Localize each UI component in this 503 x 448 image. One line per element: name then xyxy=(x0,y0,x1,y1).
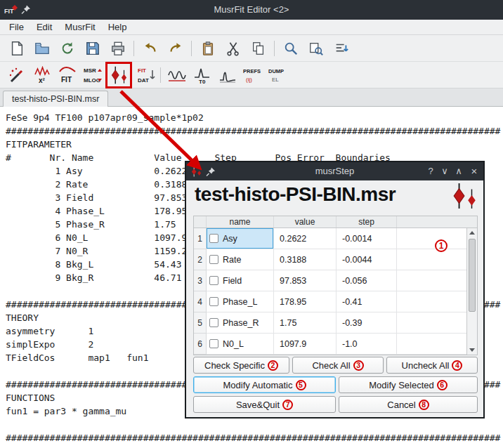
value-cell[interactable]: 0.2622 xyxy=(274,228,337,249)
col-header-step[interactable]: step xyxy=(337,216,397,228)
value-cell[interactable]: 1.75 xyxy=(274,312,337,334)
fit2dat-button[interactable]: FIT DAT xyxy=(135,64,157,86)
musrview-button[interactable] xyxy=(216,64,239,86)
menu-musrfit[interactable]: MusrFit xyxy=(58,20,101,34)
row-checkbox[interactable] xyxy=(209,339,218,348)
col-header-value[interactable]: value xyxy=(274,216,337,228)
value-cell[interactable]: 1097.9 xyxy=(274,334,337,355)
modify-automatic-button[interactable]: Modify Automatic 5 xyxy=(193,376,336,393)
value-cell[interactable]: 0.3188 xyxy=(274,249,337,270)
undo-button[interactable] xyxy=(139,37,162,60)
step-cell[interactable]: -0.0014 xyxy=(337,228,397,249)
new-file-button[interactable] xyxy=(6,37,28,60)
print-button[interactable] xyxy=(107,37,129,60)
dialog-titlebar[interactable]: musrStep ? ∨ ∧ × xyxy=(186,162,483,180)
svg-text:PREFS: PREFS xyxy=(243,68,261,74)
copy-icon xyxy=(251,41,266,56)
fit-dat-icon: FIT DAT xyxy=(136,66,156,84)
name-cell[interactable]: Phase_R xyxy=(207,312,274,334)
redo-button[interactable] xyxy=(164,37,187,60)
row-checkbox[interactable] xyxy=(209,297,218,306)
callout-2: 2 xyxy=(268,360,278,371)
musrt0-button[interactable]: T0 xyxy=(191,64,214,86)
musrwiz-button[interactable] xyxy=(6,64,28,86)
goto-line-button[interactable] xyxy=(330,37,353,60)
name-cell[interactable]: Field xyxy=(207,270,274,291)
blank-cell xyxy=(397,291,477,312)
row-checkbox[interactable] xyxy=(209,234,218,243)
table-scrollbar[interactable] xyxy=(466,228,477,355)
name-cell[interactable]: Asy xyxy=(207,228,274,249)
musrfit-button[interactable]: FIT xyxy=(56,64,79,86)
save-quit-button[interactable]: Save&Quit 7 xyxy=(193,396,336,413)
svg-text:EL: EL xyxy=(272,77,279,83)
menu-help[interactable]: Help xyxy=(102,20,133,34)
toolbar-separator xyxy=(160,67,161,83)
menu-edit[interactable]: Edit xyxy=(30,20,58,34)
param-name: Phase_R xyxy=(223,318,259,328)
step-cell[interactable]: -0.056 xyxy=(337,270,397,291)
row-checkbox[interactable] xyxy=(209,255,218,264)
paste-button[interactable] xyxy=(197,37,219,60)
reload-icon xyxy=(60,41,75,56)
step-cell[interactable]: -0.39 xyxy=(337,312,397,334)
save-button[interactable] xyxy=(81,37,104,60)
search-button[interactable] xyxy=(280,37,302,60)
row-number: 2 xyxy=(194,249,207,270)
col-header-name[interactable]: name xyxy=(207,216,274,228)
step-cell[interactable]: -0.41 xyxy=(337,291,397,312)
row-number: 6 xyxy=(194,334,207,355)
tab-msr-file[interactable]: test-histo-PSI-BIN.msr xyxy=(3,91,108,107)
callout-1: 1 xyxy=(435,239,448,252)
musrprefs-button[interactable]: PREFS (ij) xyxy=(242,64,264,86)
open-file-button[interactable] xyxy=(31,37,53,60)
step-cell[interactable]: -1.0 xyxy=(337,334,397,355)
scroll-down-arrow[interactable] xyxy=(469,348,475,352)
svg-text:MLOG: MLOG xyxy=(84,77,100,84)
cancel-button[interactable]: Cancel 8 xyxy=(339,396,478,413)
check-all-button[interactable]: Check All 3 xyxy=(292,357,384,374)
shade-up-button[interactable]: ∧ xyxy=(452,162,465,180)
scroll-up-arrow[interactable] xyxy=(469,231,475,235)
shade-down-button[interactable]: ∨ xyxy=(438,162,451,180)
cut-button[interactable] xyxy=(222,37,244,60)
table-row: 2 Rate 0.3188 -0.0044 xyxy=(194,249,477,270)
copy-button[interactable] xyxy=(247,37,270,60)
histogram-peak-icon xyxy=(218,66,237,84)
uncheck-all-button[interactable]: Uncheck All 4 xyxy=(386,357,478,374)
check-specific-button[interactable]: Check Specific 2 xyxy=(193,357,289,374)
toolbar-separator xyxy=(274,41,275,56)
musrdump-button[interactable]: DUMP EL xyxy=(267,64,289,86)
print-icon xyxy=(110,41,126,56)
table-row: 4 Phase_L 178.95 -0.41 xyxy=(194,291,477,312)
blank-cell xyxy=(397,249,477,270)
msr2mlog-button[interactable]: MSR MLOG xyxy=(81,64,104,86)
step-cell[interactable]: -0.0044 xyxy=(337,249,397,270)
plot-asymmetry-button[interactable] xyxy=(166,64,188,86)
name-cell[interactable]: Rate xyxy=(207,249,274,270)
window-titlebar[interactable]: FIT MusrFit Editor <2> xyxy=(0,0,503,20)
help-button[interactable]: ? xyxy=(424,162,437,180)
scrollbar-thumb[interactable] xyxy=(469,239,476,312)
callout-8: 8 xyxy=(419,400,429,410)
svg-text:MSR: MSR xyxy=(84,67,96,74)
value-cell[interactable]: 97.853 xyxy=(274,270,337,291)
calc-chisq-button[interactable]: x² xyxy=(31,64,53,86)
close-button[interactable]: × xyxy=(468,162,481,180)
param-name: Phase_L xyxy=(223,297,257,307)
row-checkbox[interactable] xyxy=(209,276,218,285)
find-replace-button[interactable] xyxy=(305,37,327,60)
modify-selected-button[interactable]: Modify Selected 6 xyxy=(339,376,478,393)
callout-6: 6 xyxy=(437,380,448,390)
fit-icon: FIT xyxy=(58,66,77,84)
name-cell[interactable]: N0_L xyxy=(207,334,274,355)
toolbar-separator xyxy=(191,41,192,56)
musrfit-toolbar: x² FIT MSR MLOG FI xyxy=(0,62,503,88)
reload-button[interactable] xyxy=(56,37,79,60)
row-checkbox[interactable] xyxy=(209,318,218,327)
name-cell[interactable]: Phase_L xyxy=(207,291,274,312)
parameter-table: name value step 1 Asy 0.2622 -0.0014 2 xyxy=(193,216,478,355)
open-folder-icon xyxy=(34,41,50,56)
value-cell[interactable]: 178.95 xyxy=(274,291,337,312)
menu-file[interactable]: File xyxy=(3,20,30,34)
